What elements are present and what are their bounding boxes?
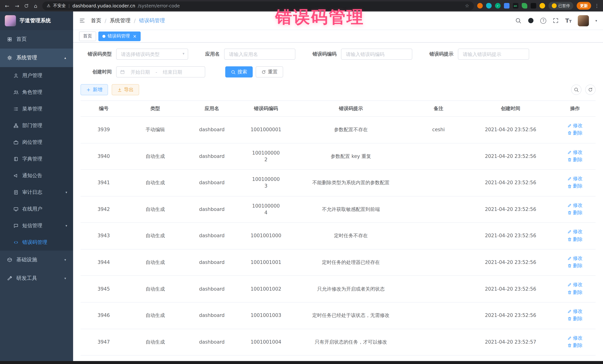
delete-link[interactable]: 删除	[567, 183, 583, 190]
delete-link[interactable]: 删除	[567, 156, 583, 163]
home-icon[interactable]: ⌂	[32, 3, 39, 9]
font-size-icon[interactable]: TT	[565, 17, 572, 24]
column-header-remark: 备注	[410, 101, 467, 117]
tab-error-codes[interactable]: 错误码管理 ×	[98, 31, 141, 41]
toggle-search-button[interactable]	[571, 85, 581, 95]
breadcrumb-home[interactable]: 首页	[91, 17, 101, 24]
sidebar-item-dictionary[interactable]: 字典管理	[0, 151, 73, 167]
breadcrumb-separator: /	[105, 18, 106, 23]
edit-link[interactable]: 修改	[567, 122, 583, 129]
forward-icon[interactable]: →	[14, 3, 20, 9]
table-row: 3940 自动生成 dashboard 100100000 2 参数配置 key…	[81, 143, 596, 170]
error-type-select[interactable]: ▾	[116, 49, 188, 60]
sidebar-item-devtools[interactable]: 研发工具 ▾	[0, 269, 73, 288]
extension-pin-icon[interactable]	[531, 3, 536, 9]
table-row: 3947 自动生成 dashboard 1001001004 只有开启状态的任务…	[81, 329, 596, 355]
extension-blue-grid-icon[interactable]	[504, 3, 509, 9]
security-label[interactable]: 不安全	[53, 3, 66, 9]
sidebar-item-sms[interactable]: 短信管理 ▾	[0, 217, 73, 234]
sidebar-item-audit-logs[interactable]: 审计日志 ▾	[0, 184, 73, 200]
toolbar-right	[571, 85, 596, 95]
edit-link[interactable]: 修改	[567, 202, 583, 209]
bookmark-star-icon[interactable]: ☆	[465, 3, 469, 9]
start-date-input[interactable]	[127, 69, 154, 75]
cell-actions: 修改 删除	[554, 196, 596, 223]
edit-icon	[567, 283, 572, 287]
delete-link[interactable]: 删除	[567, 289, 583, 296]
github-icon[interactable]	[528, 17, 534, 24]
delete-link[interactable]: 删除	[567, 130, 583, 137]
tab-home[interactable]: 首页	[79, 31, 96, 41]
cell-message: 定时任务的处理器已经存在	[292, 249, 410, 276]
delete-link[interactable]: 删除	[567, 342, 583, 349]
breadcrumb-current: 错误码管理	[139, 17, 165, 24]
sidebar-item-departments[interactable]: 部门管理	[0, 117, 73, 134]
sidebar-item-home[interactable]: 首页	[0, 30, 73, 49]
sidebar-item-notices[interactable]: 通知公告	[0, 167, 73, 184]
delete-link[interactable]: 删除	[567, 263, 583, 269]
date-range-picker[interactable]: -	[116, 66, 205, 77]
sidebar-item-menus[interactable]: 菜单管理	[0, 100, 73, 117]
paused-badge[interactable]: 已暂停	[548, 2, 573, 10]
fullscreen-icon[interactable]	[553, 17, 559, 24]
edit-link[interactable]: 修改	[567, 308, 583, 315]
tab-label: 错误码管理	[108, 33, 130, 39]
help-icon[interactable]: ?	[541, 18, 546, 23]
back-icon[interactable]: ←	[4, 3, 10, 9]
edit-link[interactable]: 修改	[567, 229, 583, 235]
end-date-input[interactable]	[159, 69, 186, 75]
sidebar-item-label: 研发工具	[16, 275, 37, 282]
sidebar-item-error-codes[interactable]: 错误码管理	[0, 234, 73, 251]
sidebar-item-system[interactable]: 系统管理 ▴	[0, 49, 73, 67]
sidebar-item-users[interactable]: 用户管理	[0, 67, 73, 84]
cell-app: dashboard	[184, 223, 240, 249]
sidebar-item-roles[interactable]: 角色管理	[0, 84, 73, 100]
delete-link[interactable]: 删除	[567, 210, 583, 216]
browser-menu-icon[interactable]: ⋮	[594, 3, 599, 9]
cell-time: 2021-04-20 23:52:56	[467, 170, 554, 196]
url-host: dashboard.yudao.iocoder.cn	[72, 3, 135, 8]
error-type-select-input[interactable]	[116, 49, 188, 60]
edit-link[interactable]: 修改	[567, 255, 583, 262]
delete-link[interactable]: 删除	[567, 315, 583, 322]
sidebar-item-label: 基础设施	[16, 256, 37, 263]
reload-icon[interactable]	[24, 3, 29, 8]
update-button[interactable]: 更新	[577, 2, 591, 10]
edit-link[interactable]: 修改	[567, 334, 583, 341]
extension-teal-drop-icon[interactable]	[486, 3, 491, 9]
reset-button[interactable]: 重置	[256, 66, 283, 77]
sidebar-item-infrastructure[interactable]: 基础设施 ▾	[0, 251, 73, 269]
app-name-input[interactable]	[224, 49, 295, 60]
export-button[interactable]: 导出	[112, 84, 139, 95]
edit-link[interactable]: 修改	[567, 149, 583, 155]
cell-code: 1001000001	[240, 117, 292, 143]
caret-down-icon[interactable]: ▾	[595, 19, 597, 22]
sidebar-item-posts[interactable]: 岗位管理	[0, 134, 73, 151]
close-icon[interactable]: ×	[133, 33, 137, 39]
delete-link[interactable]: 删除	[567, 236, 583, 243]
breadcrumb-system[interactable]: 系统管理	[110, 17, 130, 24]
address-bar[interactable]: ⚠ 不安全 | dashboard.yudao.iocoder.cn /syst…	[42, 1, 474, 10]
edit-link[interactable]: 修改	[567, 282, 583, 288]
search-icon[interactable]	[515, 17, 522, 24]
filter-error-type: 错误码类型 ▾	[81, 49, 188, 60]
sidebar-item-online-users[interactable]: 在线用户	[0, 200, 73, 217]
hamburger-icon[interactable]	[79, 17, 85, 24]
app-logo[interactable]: 芋道管理系统	[0, 11, 73, 30]
user-avatar[interactable]	[578, 15, 589, 26]
edit-link[interactable]: 修改	[567, 175, 583, 182]
edit-label: 修改	[573, 308, 583, 315]
search-button[interactable]: 搜索	[225, 66, 253, 77]
add-button[interactable]: 新增	[81, 84, 108, 95]
error-code-input[interactable]	[341, 49, 412, 60]
browser-profile-avatar[interactable]	[539, 3, 545, 9]
column-header-time: 创建时间	[467, 101, 554, 117]
cell-message: 定时任务已经处于该状态，无需修改	[292, 302, 410, 329]
extension-green-leaf-icon[interactable]	[522, 3, 527, 9]
error-message-input[interactable]	[458, 49, 529, 60]
extension-on-badge-icon[interactable]: on	[513, 3, 518, 9]
edit-label: 修改	[573, 334, 583, 341]
refresh-table-button[interactable]	[585, 85, 596, 95]
extension-orange-icon[interactable]	[477, 3, 483, 9]
extension-green-check-icon[interactable]: ✓	[495, 3, 500, 9]
